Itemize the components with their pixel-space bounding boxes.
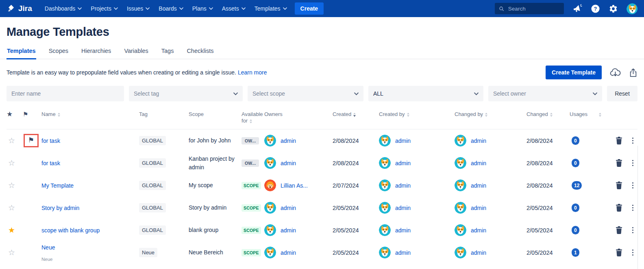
tab-tags[interactable]: Tags bbox=[161, 48, 174, 59]
header-usages[interactable]: Usages bbox=[570, 111, 605, 118]
more-actions-button[interactable] bbox=[632, 248, 634, 257]
delete-button[interactable] bbox=[616, 226, 622, 234]
delete-button[interactable] bbox=[616, 182, 622, 189]
import-button[interactable] bbox=[610, 68, 621, 77]
delete-button[interactable] bbox=[616, 249, 622, 256]
more-actions-button[interactable] bbox=[632, 226, 634, 234]
created-by-link[interactable]: admin bbox=[395, 138, 411, 144]
nav-item-plans[interactable]: Plans bbox=[188, 3, 218, 14]
template-name-link[interactable]: scope with blank group bbox=[41, 227, 100, 234]
available-for-filter-select[interactable]: ALL bbox=[368, 86, 483, 101]
created-by-link[interactable]: admin bbox=[395, 249, 411, 256]
name-cell: for task bbox=[41, 137, 139, 144]
nav-item-boards[interactable]: Boards bbox=[154, 3, 187, 14]
nav-item-dashboards[interactable]: Dashboards bbox=[40, 3, 87, 14]
header-created-by[interactable]: Created by bbox=[379, 111, 455, 118]
jira-logo[interactable]: Jira bbox=[7, 4, 32, 13]
created-by-link[interactable]: admin bbox=[395, 227, 411, 234]
created-by-link[interactable]: admin bbox=[395, 160, 411, 166]
changed-by-link[interactable]: admin bbox=[471, 182, 486, 189]
delete-button[interactable] bbox=[616, 204, 622, 212]
more-actions-button[interactable] bbox=[632, 203, 634, 212]
export-button[interactable] bbox=[629, 68, 637, 77]
favorite-star-icon[interactable]: ☆ bbox=[8, 203, 15, 212]
changed-by-link[interactable]: admin bbox=[471, 205, 486, 211]
flag-icon[interactable]: ⚑ bbox=[28, 137, 34, 144]
more-actions-button[interactable] bbox=[632, 181, 634, 190]
header-available-for[interactable]: Available for bbox=[242, 111, 264, 124]
create-template-button[interactable]: Create Template bbox=[546, 66, 602, 79]
settings-button[interactable] bbox=[609, 4, 618, 13]
favorite-star-icon[interactable]: ☆ bbox=[8, 181, 15, 190]
template-name-link[interactable]: for task bbox=[41, 138, 60, 144]
announcements-button[interactable] bbox=[572, 4, 582, 13]
favorite-star-icon[interactable]: ☆ bbox=[8, 248, 15, 257]
created-by-cell: admin bbox=[379, 157, 455, 169]
owner-link[interactable]: admin bbox=[281, 249, 296, 256]
tab-hierarchies[interactable]: Hierarchies bbox=[81, 48, 111, 59]
owner-link[interactable]: admin bbox=[281, 160, 296, 166]
user-avatar[interactable] bbox=[627, 3, 637, 14]
scope-filter-select[interactable]: Select scope bbox=[248, 86, 363, 101]
trash-icon bbox=[616, 249, 622, 256]
owner-link[interactable]: Lillian As... bbox=[281, 182, 308, 189]
header-changed-by[interactable]: Changed by bbox=[455, 111, 527, 118]
search-input[interactable] bbox=[507, 5, 560, 12]
more-actions-button[interactable] bbox=[632, 159, 634, 167]
created-by-link[interactable]: admin bbox=[395, 205, 411, 211]
header-tag[interactable]: Tag bbox=[139, 111, 189, 118]
favorite-star-icon[interactable]: ☆ bbox=[8, 159, 15, 167]
header-name[interactable]: Name bbox=[41, 111, 139, 118]
changed-by-link[interactable]: admin bbox=[471, 138, 486, 144]
reset-filters-button[interactable]: Reset bbox=[607, 86, 637, 101]
owner-link[interactable]: admin bbox=[281, 138, 296, 144]
tab-checklists[interactable]: Checklists bbox=[186, 48, 214, 59]
template-name-link[interactable]: Neue bbox=[41, 244, 55, 251]
template-name-link[interactable]: Story by admin bbox=[41, 205, 79, 211]
nav-create-button[interactable]: Create bbox=[295, 2, 324, 15]
tag-lozenge: GLOBAL bbox=[139, 181, 166, 190]
owner-link[interactable]: admin bbox=[281, 205, 296, 211]
nav-item-issues[interactable]: Issues bbox=[122, 3, 154, 14]
nav-item-assets[interactable]: Assets bbox=[218, 3, 250, 14]
nav-item-projects[interactable]: Projects bbox=[86, 3, 122, 14]
dog-avatar bbox=[455, 157, 466, 169]
created-by-link[interactable]: admin bbox=[395, 182, 411, 189]
owner-filter-select[interactable]: Select owner bbox=[488, 86, 602, 101]
changed-by-link[interactable]: admin bbox=[471, 160, 486, 166]
tag-filter-select[interactable]: Select tag bbox=[129, 86, 243, 101]
help-button[interactable]: ? bbox=[591, 4, 600, 13]
filter-bar: Select tag Select scope ALL Select owner… bbox=[7, 86, 637, 101]
delete-button[interactable] bbox=[616, 159, 622, 167]
tab-templates[interactable]: Templates bbox=[7, 48, 36, 59]
nav-item-templates[interactable]: Templates bbox=[250, 3, 292, 14]
template-name-link[interactable]: My Template bbox=[41, 182, 74, 189]
favorite-star-icon[interactable]: ★ bbox=[8, 226, 15, 234]
owner-link[interactable]: admin bbox=[281, 227, 296, 234]
name-filter-input[interactable] bbox=[7, 86, 124, 101]
top-navigation-bar: Jira Dashboards Projects Issues Boards P… bbox=[0, 0, 644, 17]
header-flag[interactable]: ⚑ bbox=[23, 111, 41, 118]
favorite-star-icon[interactable]: ☆ bbox=[8, 136, 15, 145]
more-actions-button[interactable] bbox=[632, 136, 634, 145]
changed-by-avatar bbox=[455, 202, 466, 214]
created-by-avatar bbox=[379, 179, 391, 191]
header-favorite[interactable]: ★ bbox=[7, 111, 23, 118]
learn-more-link[interactable]: Learn more bbox=[238, 69, 267, 76]
tab-scopes[interactable]: Scopes bbox=[48, 48, 69, 59]
header-created[interactable]: Created bbox=[333, 111, 379, 118]
header-changed[interactable]: Changed bbox=[527, 111, 570, 118]
dog-avatar bbox=[379, 224, 391, 236]
changed-by-link[interactable]: admin bbox=[471, 249, 486, 256]
usages-badge: 0 bbox=[572, 159, 579, 167]
owner-avatar bbox=[264, 247, 276, 258]
gear-icon bbox=[609, 4, 618, 13]
nav-search-box[interactable] bbox=[495, 3, 564, 14]
delete-button[interactable] bbox=[616, 137, 622, 144]
template-name-link[interactable]: for task bbox=[41, 160, 60, 166]
header-owners[interactable]: Owners bbox=[264, 111, 333, 118]
tab-variables[interactable]: Variables bbox=[124, 48, 148, 59]
header-scope[interactable]: Scope bbox=[189, 111, 242, 118]
changed-by-link[interactable]: admin bbox=[471, 227, 486, 234]
nav-item-label: Assets bbox=[222, 5, 239, 12]
